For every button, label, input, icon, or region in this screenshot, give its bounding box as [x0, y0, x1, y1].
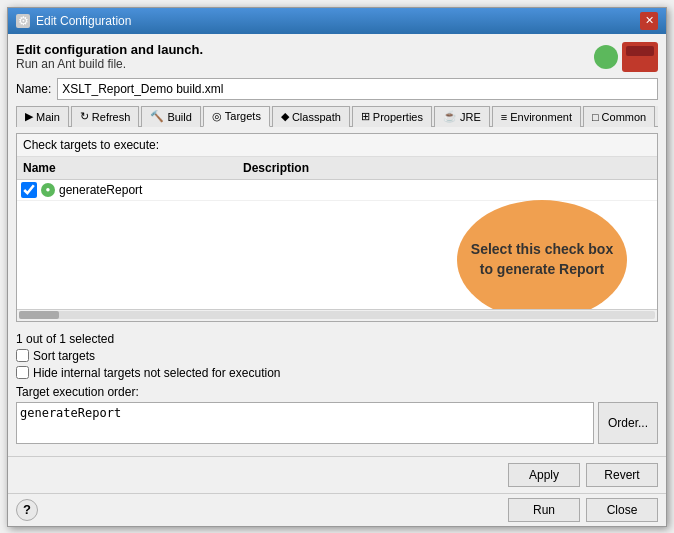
panel-header: Check targets to execute: [17, 134, 657, 157]
tab-build[interactable]: 🔨 Build [141, 106, 200, 127]
close-button[interactable]: Close [586, 498, 658, 522]
tab-main-label: Main [36, 111, 60, 123]
tab-refresh-label: Refresh [92, 111, 131, 123]
help-button[interactable]: ? [16, 499, 38, 521]
speech-bubble: Select this check box to generate Report [457, 200, 627, 309]
tab-jre[interactable]: ☕ JRE [434, 106, 490, 127]
tab-build-label: Build [167, 111, 191, 123]
tabs-bar: ▶ Main ↻ Refresh 🔨 Build ◎ Targets ◆ Cla… [16, 106, 658, 127]
header-section: Edit configuration and launch. Run an An… [16, 42, 658, 72]
tab-environment[interactable]: ≡ Environment [492, 106, 581, 127]
target-icon: ● [41, 183, 55, 197]
close-x-button[interactable]: ✕ [640, 12, 658, 30]
edit-configuration-dialog: ⚙ Edit Configuration ✕ Edit configuratio… [7, 7, 667, 527]
tab-targets[interactable]: ◎ Targets [203, 106, 270, 127]
table-header: Name Description [17, 157, 657, 180]
environment-icon: ≡ [501, 111, 507, 123]
header-sub: Run an Ant build file. [16, 57, 203, 71]
hide-checkbox[interactable] [16, 366, 29, 379]
col-name-header: Name [21, 159, 241, 177]
dialog-icon: ⚙ [16, 14, 30, 28]
sort-checkbox[interactable] [16, 349, 29, 362]
tab-properties-label: Properties [373, 111, 423, 123]
classpath-icon: ◆ [281, 110, 289, 123]
hide-label: Hide internal targets not selected for e… [33, 366, 280, 380]
title-bar: ⚙ Edit Configuration ✕ [8, 8, 666, 34]
scroll-track [19, 311, 655, 319]
title-bar-left: ⚙ Edit Configuration [16, 14, 131, 28]
sort-label: Sort targets [33, 349, 95, 363]
scroll-thumb [19, 311, 59, 319]
common-icon: □ [592, 111, 599, 123]
jre-icon: ☕ [443, 110, 457, 123]
targets-table: Name Description ● generateReport Select… [17, 157, 657, 321]
dialog-body: Edit configuration and launch. Run an An… [8, 34, 666, 456]
revert-button[interactable]: Revert [586, 463, 658, 487]
tab-common[interactable]: □ Common [583, 106, 655, 127]
properties-icon: ⊞ [361, 110, 370, 123]
order-button[interactable]: Order... [598, 402, 658, 444]
run-button[interactable]: Run [508, 498, 580, 522]
green-circle-icon [594, 45, 618, 69]
main-panel: Check targets to execute: Name Descripti… [16, 133, 658, 322]
col-desc-header: Description [241, 159, 653, 177]
tab-refresh[interactable]: ↻ Refresh [71, 106, 140, 127]
table-row: ● generateReport [17, 180, 657, 201]
header-bold: Edit configuration and launch. [16, 42, 203, 57]
name-input[interactable] [57, 78, 658, 100]
run-close-buttons: Run Close [508, 498, 658, 522]
bottom-section: 1 out of 1 selected Sort targets Hide in… [16, 328, 658, 448]
refresh-icon: ↻ [80, 110, 89, 123]
sort-checkbox-row: Sort targets [16, 349, 658, 363]
name-row: Name: [16, 78, 658, 100]
bottom-bar: ? Run Close [8, 493, 666, 526]
dialog-title: Edit Configuration [36, 14, 131, 28]
build-icon: 🔨 [150, 110, 164, 123]
tab-environment-label: Environment [510, 111, 572, 123]
tab-properties[interactable]: ⊞ Properties [352, 106, 432, 127]
targets-icon: ◎ [212, 110, 222, 123]
exec-order-label: Target execution order: [16, 385, 658, 399]
tab-main[interactable]: ▶ Main [16, 106, 69, 127]
horizontal-scrollbar[interactable] [17, 309, 657, 321]
apply-button[interactable]: Apply [508, 463, 580, 487]
action-bar: Apply Revert [8, 456, 666, 493]
tab-classpath-label: Classpath [292, 111, 341, 123]
speech-bubble-text: Select this check box to generate Report [467, 240, 617, 279]
target-checkbox[interactable] [21, 182, 37, 198]
tab-targets-label: Targets [225, 110, 261, 122]
header-icons [594, 42, 658, 72]
target-name: generateReport [59, 183, 249, 197]
exec-order-area: generateReport Order... [16, 402, 658, 444]
main-icon: ▶ [25, 110, 33, 123]
tab-classpath[interactable]: ◆ Classpath [272, 106, 350, 127]
exec-textarea[interactable]: generateReport [16, 402, 594, 444]
hide-checkbox-row: Hide internal targets not selected for e… [16, 366, 658, 380]
header-text: Edit configuration and launch. Run an An… [16, 42, 203, 71]
tab-common-label: Common [602, 111, 647, 123]
table-body: ● generateReport Select this check box t… [17, 180, 657, 309]
name-label: Name: [16, 82, 51, 96]
toolbox-icon [622, 42, 658, 72]
status-text: 1 out of 1 selected [16, 332, 658, 346]
tab-jre-label: JRE [460, 111, 481, 123]
